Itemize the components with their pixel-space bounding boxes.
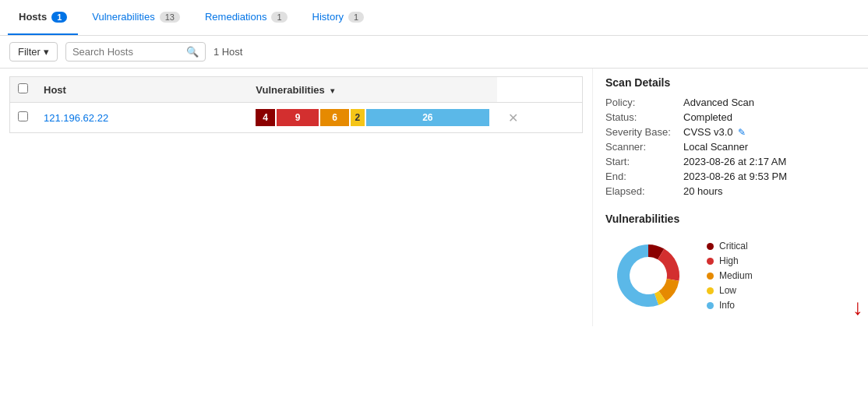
sort-icon: ▾ [330, 86, 334, 95]
legend-dot [707, 258, 714, 265]
filter-button[interactable]: Filter ▾ [9, 42, 58, 62]
legend-item-low: Low [707, 285, 753, 296]
tab-vulnerabilities-label: Vulnerabilities [92, 11, 154, 23]
search-icon: 🔍 [186, 46, 199, 58]
tab-hosts-label: Hosts [19, 11, 47, 23]
legend-label: Critical [719, 241, 748, 252]
detail-value: Advanced Scan [683, 97, 856, 108]
vuln-bar: 496226 [256, 109, 489, 126]
tab-history[interactable]: History 1 [302, 0, 376, 35]
bar-medium: 6 [320, 109, 348, 126]
bar-critical: 4 [256, 109, 274, 126]
detail-label: Severity Base: [605, 126, 683, 138]
hosts-panel: Host Vulnerabilities ▾ 121.196.62.224962… [0, 69, 592, 326]
legend-dot [707, 273, 714, 280]
scan-details-title: Scan Details [605, 76, 856, 89]
scan-details-grid: Policy:Advanced ScanStatus:CompletedSeve… [605, 97, 856, 197]
chevron-down-icon: ▾ [44, 46, 49, 58]
detail-value: Local Scanner [683, 141, 856, 153]
hosts-table: Host Vulnerabilities ▾ 121.196.62.224962… [9, 76, 583, 133]
tabs-bar: Hosts 1 Vulnerabilities 13 Remediations … [0, 0, 868, 36]
severity-edit: CVSS v3.0✎ [683, 126, 856, 138]
legend-label: Medium [719, 270, 753, 281]
donut-chart [605, 233, 691, 318]
detail-label: Status: [605, 111, 683, 123]
main-layout: Host Vulnerabilities ▾ 121.196.62.224962… [0, 69, 868, 326]
toolbar: Filter ▾ 🔍 1 Host [0, 36, 868, 69]
tab-history-label: History [312, 11, 344, 23]
bar-high: 9 [277, 109, 319, 126]
legend-item-high: High [707, 255, 753, 266]
header-host: Host [36, 77, 248, 103]
legend-item-info: Info [707, 300, 753, 311]
legend: CriticalHighMediumLowInfo [707, 241, 753, 311]
detail-value: 2023-08-26 at 9:53 PM [683, 171, 856, 182]
detail-value: CVSS v3.0✎ [683, 126, 856, 138]
bar-info: 26 [366, 109, 489, 126]
details-panel: Scan Details Policy:Advanced ScanStatus:… [592, 69, 868, 326]
vuln-chart-area: CriticalHighMediumLowInfo ↓ [605, 233, 856, 318]
tab-hosts[interactable]: Hosts 1 [8, 0, 78, 35]
edit-severity-icon[interactable]: ✎ [738, 127, 746, 138]
detail-label: Elapsed: [605, 185, 683, 197]
filter-label: Filter [18, 46, 41, 58]
detail-label: Scanner: [605, 141, 683, 153]
legend-dot [707, 243, 714, 250]
search-input[interactable] [72, 46, 186, 58]
header-vulnerabilities[interactable]: Vulnerabilities ▾ [248, 77, 497, 103]
legend-item-critical: Critical [707, 241, 753, 252]
tab-remediations-label: Remediations [205, 11, 267, 23]
row-checkbox-cell [10, 103, 37, 133]
host-ip[interactable]: 121.196.62.22 [36, 103, 248, 133]
legend-dot [707, 287, 714, 294]
bar-low: 2 [351, 109, 365, 126]
header-checkbox-cell [10, 77, 37, 103]
search-box: 🔍 [65, 42, 206, 62]
scroll-down-arrow: ↓ [852, 297, 863, 318]
row-checkbox[interactable] [18, 111, 28, 121]
table-header-row: Host Vulnerabilities ▾ [10, 77, 583, 103]
detail-value: 2023-08-26 at 2:17 AM [683, 156, 856, 167]
tab-remediations[interactable]: Remediations 1 [194, 0, 298, 35]
remove-cell: ✕ [497, 103, 583, 133]
detail-label: Start: [605, 156, 683, 167]
severity-value: CVSS v3.0 [683, 126, 733, 138]
legend-label: Info [719, 300, 735, 311]
host-count: 1 Host [213, 46, 243, 58]
tab-history-badge: 1 [348, 12, 364, 23]
vuln-bars-cell: 496226 [248, 103, 497, 133]
legend-label: High [719, 255, 739, 266]
tab-remediations-badge: 1 [271, 12, 287, 23]
tab-hosts-badge: 1 [51, 12, 67, 23]
detail-value: Completed [683, 111, 856, 123]
tab-vulnerabilities[interactable]: Vulnerabilities 13 [81, 0, 191, 35]
vulnerabilities-section-title: Vulnerabilities [605, 213, 856, 225]
table-row: 121.196.62.22496226✕ [10, 103, 583, 133]
legend-item-medium: Medium [707, 270, 753, 281]
select-all-checkbox[interactable] [18, 83, 28, 93]
detail-label: End: [605, 171, 683, 182]
detail-value: 20 hours [683, 185, 856, 197]
tab-vulnerabilities-badge: 13 [160, 12, 180, 23]
remove-row-button[interactable]: ✕ [505, 111, 521, 125]
legend-dot [707, 302, 714, 309]
detail-label: Policy: [605, 97, 683, 108]
legend-label: Low [719, 285, 736, 296]
